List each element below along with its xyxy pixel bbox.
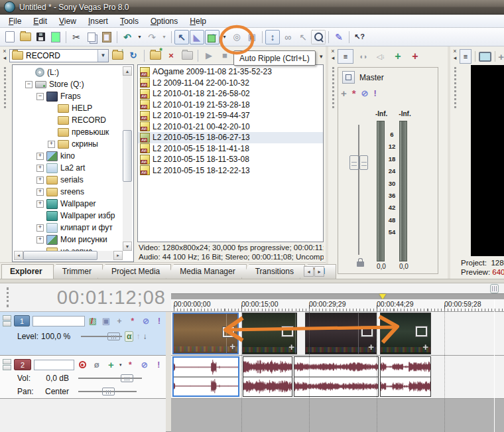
- tree-item[interactable]: RECORD: [14, 114, 123, 126]
- horizontal-splitter[interactable]: [0, 279, 504, 283]
- tree-item[interactable]: HELP: [14, 102, 123, 114]
- file-item[interactable]: L2 2010-05-15 18-12-22-13: [138, 165, 323, 177]
- event-fx-icon[interactable]: +: [229, 342, 235, 351]
- tree-vertical-scrollbar[interactable]: ▲ ▼: [123, 66, 132, 251]
- tab-scroll-left-button[interactable]: ◂: [304, 266, 314, 277]
- make-compositing-child-icon[interactable]: ↓: [143, 332, 147, 341]
- zoom-tool-button[interactable]: [311, 30, 326, 44]
- collapse-panel-icon[interactable]: ◂: [3, 55, 7, 62]
- scroll-right-icon[interactable]: ▸: [113, 251, 123, 260]
- automation-settings-button[interactable]: ∞: [281, 30, 295, 44]
- interactive-tutorials-button[interactable]: ✎: [332, 30, 346, 44]
- solo-icon[interactable]: !: [153, 360, 164, 370]
- dock-tab[interactable]: Project Media: [97, 264, 171, 279]
- undo-dropdown[interactable]: ▾: [135, 30, 144, 44]
- automation-gear-icon[interactable]: *: [125, 360, 136, 370]
- start-preview-button[interactable]: ▶: [202, 48, 216, 63]
- menu-item[interactable]: Tools: [114, 15, 145, 27]
- automation-gear-icon[interactable]: *: [127, 316, 138, 326]
- up-one-level-button[interactable]: ↑: [110, 48, 125, 63]
- explorer-panel-edge[interactable]: × ◂: [0, 46, 9, 262]
- pan-crop-icon[interactable]: [361, 326, 373, 336]
- track-minimize-buttons[interactable]: [3, 359, 11, 370]
- track-fx-icon[interactable]: +: [114, 316, 125, 326]
- audio-track-header[interactable]: 2 ø + ▾ * ⊘ ! Vol: 0,0 dB Pan: Center: [0, 356, 166, 399]
- tree-item[interactable]: La2 art: [14, 162, 123, 174]
- video-track-header[interactable]: 1 ▧ ▣ + * ⊘ ! Level: 100,0 % α ↑ ↓: [0, 312, 166, 356]
- collapse-panel-icon[interactable]: ◂: [332, 55, 335, 62]
- event-fx-icon[interactable]: +: [288, 342, 294, 352]
- tree-item[interactable]: Wallpaper избр: [14, 210, 123, 222]
- audio-event-clip[interactable]: [243, 356, 292, 397]
- title-bar[interactable]: Untitled * - Sony Vegas Pro 8.0: [0, 0, 504, 15]
- address-combo[interactable]: RECORD ▼: [9, 49, 109, 62]
- scroll-left-icon[interactable]: ◂: [14, 251, 23, 260]
- pan-crop-icon[interactable]: [416, 326, 427, 336]
- enable-snapping-button[interactable]: ↕: [265, 30, 280, 44]
- mute-icon[interactable]: ⊘: [139, 360, 150, 370]
- undo-button[interactable]: ↶: [120, 30, 135, 44]
- event-fx-icon[interactable]: +: [422, 342, 428, 352]
- pan-crop-icon[interactable]: [223, 327, 234, 337]
- auto-ripple-button[interactable]: ←: [205, 30, 220, 44]
- address-dropdown-icon[interactable]: ▼: [97, 50, 108, 62]
- tree-expander[interactable]: [36, 224, 44, 232]
- menu-item[interactable]: Help: [184, 15, 212, 27]
- bus-fx-icon[interactable]: +: [341, 88, 347, 99]
- video-event-clip[interactable]: +: [305, 313, 377, 354]
- tree-item[interactable]: serials: [14, 174, 123, 186]
- track-motion-icon[interactable]: ▣: [101, 316, 111, 326]
- solo-icon[interactable]: !: [154, 316, 164, 326]
- video-track-lane[interactable]: + + + +: [171, 312, 504, 356]
- file-item[interactable]: AOgame 2009-11-08 21-35-52-23: [138, 66, 323, 78]
- scrollbar-thumb[interactable]: [123, 130, 132, 182]
- track-header-splitter[interactable]: [166, 312, 171, 432]
- audio-event-clip[interactable]: [380, 356, 431, 397]
- master-fader-handle[interactable]: [349, 155, 368, 170]
- panel-drag-grip[interactable]: [454, 67, 456, 108]
- selection-tool-button[interactable]: ↖: [296, 30, 310, 44]
- preview-panel-edge[interactable]: × ◂: [450, 46, 460, 279]
- envelope-edit-tool-button[interactable]: ◣: [190, 30, 204, 44]
- mute-icon[interactable]: ⊘: [361, 88, 369, 98]
- tree-item[interactable]: превьюшк: [14, 126, 123, 138]
- menu-item[interactable]: Options: [145, 15, 184, 27]
- new-folder-button[interactable]: *: [148, 48, 162, 63]
- scroll-up-icon[interactable]: ▲: [123, 66, 132, 76]
- volume-slider[interactable]: [78, 374, 142, 382]
- insert-bus-button[interactable]: +: [391, 50, 405, 63]
- file-item[interactable]: L2 2010-05-15 18-11-41-18: [138, 143, 323, 155]
- file-item[interactable]: L2 2010-05-15 18-11-53-08: [138, 154, 323, 165]
- track-name-field[interactable]: [32, 316, 85, 326]
- redo-dropdown[interactable]: ▾: [160, 30, 168, 44]
- insert-assignable-fx-button[interactable]: +: [408, 50, 422, 63]
- ignore-event-grouping-button[interactable]: ▣: [245, 30, 259, 44]
- track-minimize-buttons[interactable]: [3, 315, 11, 326]
- file-item[interactable]: L2 2010-01-21 00-42-20-10: [138, 121, 323, 133]
- bypass-motion-blur-icon[interactable]: ▧: [88, 316, 98, 326]
- compositing-mode-icon[interactable]: α: [125, 331, 133, 342]
- tree-expander[interactable]: [36, 153, 44, 160]
- collapse-panel-icon[interactable]: ◂: [454, 55, 457, 62]
- tree-expander[interactable]: [36, 177, 44, 184]
- file-item[interactable]: L2 2010-05-15 18-06-27-13: [138, 132, 323, 143]
- stop-preview-button[interactable]: ■: [218, 48, 232, 63]
- ruler-zoom-grip[interactable]: [490, 284, 499, 293]
- copy-button[interactable]: [84, 30, 99, 44]
- make-compositing-parent-icon[interactable]: ↑: [136, 332, 140, 341]
- new-project-button[interactable]: [3, 30, 17, 44]
- properties-button[interactable]: [48, 30, 63, 44]
- tree-item[interactable]: Мои рисунки: [14, 234, 123, 246]
- scroll-down-icon[interactable]: ▼: [123, 242, 132, 251]
- menu-item[interactable]: File: [3, 15, 27, 27]
- pan-slider[interactable]: [78, 388, 137, 396]
- delete-button[interactable]: ×: [164, 48, 178, 63]
- lock-envelopes-button[interactable]: ◎: [229, 30, 244, 44]
- save-button[interactable]: [33, 30, 48, 44]
- dock-tab[interactable]: Media Manager: [166, 264, 246, 279]
- whats-this-help-button[interactable]: ↖?: [352, 30, 367, 44]
- record-arm-icon[interactable]: [77, 360, 88, 370]
- tree-item[interactable]: Wallpaper: [14, 198, 123, 210]
- solo-icon[interactable]: !: [374, 88, 377, 98]
- tree-expander[interactable]: [36, 165, 44, 172]
